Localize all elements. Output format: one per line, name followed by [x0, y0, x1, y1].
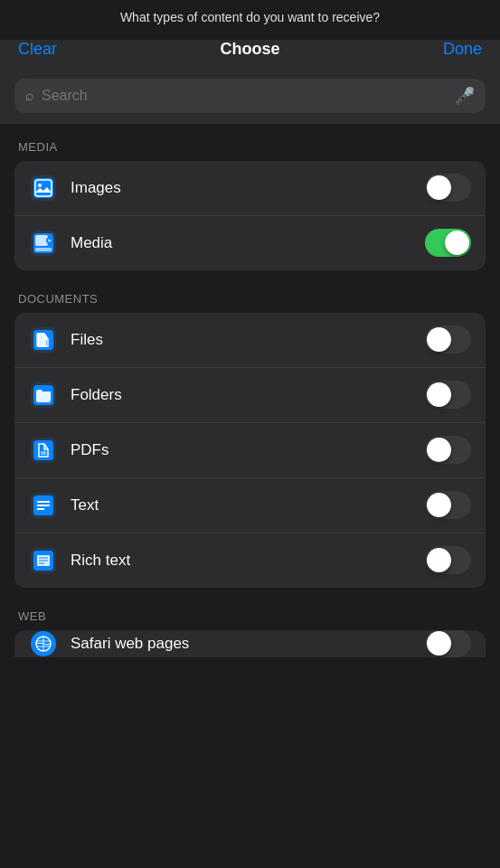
nav-bar: Clear Choose Done	[0, 40, 500, 71]
row-files: Files	[14, 313, 486, 368]
safari-web-pages-toggle-thumb	[427, 631, 451, 656]
row-folders: Folders	[14, 368, 486, 423]
files-toggle-thumb	[427, 327, 451, 352]
svg-rect-7	[35, 248, 52, 251]
search-icon: ⌕	[25, 88, 34, 104]
section-label-web: WEB	[14, 609, 486, 623]
images-label: Images	[71, 179, 412, 197]
section-media: MEDIA Images Media	[0, 124, 500, 276]
rich-text-toggle-thumb	[427, 548, 451, 572]
text-icon	[29, 491, 58, 520]
row-text: Text	[14, 478, 486, 533]
search-bar: ⌕ 🎤	[14, 79, 486, 113]
section-documents: DOCUMENTS Files Folders PDFs Text	[0, 276, 500, 593]
text-toggle-thumb	[427, 493, 451, 517]
section-label-media: MEDIA	[14, 140, 486, 154]
row-media: Media	[14, 216, 486, 270]
pdfs-label: PDFs	[71, 441, 412, 459]
folders-toggle-thumb	[427, 382, 451, 407]
card-media: Images Media	[14, 161, 486, 270]
folders-toggle[interactable]	[425, 381, 471, 409]
safari-web-pages-icon	[29, 630, 58, 657]
row-pdfs: PDFs	[14, 423, 486, 478]
folders-icon	[29, 381, 58, 410]
files-label: Files	[71, 331, 412, 349]
clear-button[interactable]: Clear	[18, 40, 57, 59]
section-label-documents: DOCUMENTS	[14, 292, 486, 306]
media-toggle-thumb	[445, 231, 469, 255]
safari-web-pages-toggle[interactable]	[425, 630, 471, 657]
search-input[interactable]	[42, 88, 448, 104]
search-container: ⌕ 🎤	[0, 71, 500, 124]
text-toggle[interactable]	[425, 491, 471, 519]
images-toggle[interactable]	[425, 174, 471, 202]
files-icon	[29, 326, 58, 354]
text-label: Text	[71, 496, 412, 514]
media-label: Media	[71, 234, 412, 252]
images-toggle-thumb	[427, 175, 451, 200]
files-toggle[interactable]	[425, 326, 471, 354]
media-toggle[interactable]	[425, 229, 471, 257]
svg-rect-6	[35, 235, 48, 246]
done-button[interactable]: Done	[443, 40, 482, 59]
safari-web-pages-label: Safari web pages	[71, 635, 412, 653]
pdfs-icon	[29, 436, 58, 465]
row-rich-text: Rich text	[14, 533, 486, 588]
rich-text-toggle[interactable]	[425, 546, 471, 574]
pdfs-toggle[interactable]	[425, 436, 471, 464]
card-documents: Files Folders PDFs Text Rich text	[14, 313, 486, 588]
row-safari-web-pages: Safari web pages	[14, 630, 486, 657]
microphone-icon[interactable]: 🎤	[455, 86, 475, 106]
pdfs-toggle-thumb	[427, 438, 451, 462]
page-title: Choose	[220, 40, 279, 59]
rich-text-icon	[29, 546, 58, 575]
svg-point-3	[38, 184, 42, 187]
images-icon	[29, 174, 58, 203]
row-images: Images	[14, 161, 486, 216]
section-web: WEB Safari web pages	[0, 593, 500, 657]
question-text: What types of content do you want to rec…	[0, 0, 500, 40]
rich-text-label: Rich text	[71, 552, 412, 570]
card-web: Safari web pages	[14, 630, 486, 657]
folders-label: Folders	[71, 386, 412, 404]
media-icon	[29, 229, 58, 258]
